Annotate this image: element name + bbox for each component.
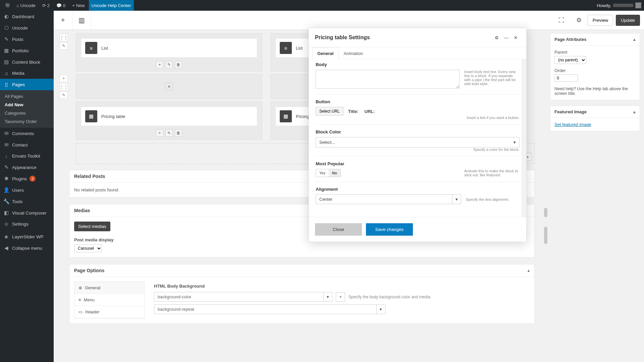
modal-settings-icon[interactable]: ⚙ <box>492 33 501 42</box>
help-center-link[interactable]: Uncode Help Center <box>89 0 134 11</box>
tab-animation[interactable]: Animation <box>338 47 368 59</box>
select-medias-button[interactable]: Select medias <box>74 222 110 231</box>
modal-save-button[interactable]: Save changes <box>366 223 413 236</box>
wordpress-icon: ⓦ <box>5 2 10 8</box>
row-drag-handle[interactable]: ⋮⋮ <box>60 34 68 41</box>
gear-icon: ⛭ <box>3 221 9 227</box>
add-element-button[interactable]: + <box>54 11 72 29</box>
block-label: List <box>296 46 303 51</box>
button-url-label: URL: <box>365 109 375 114</box>
preview-button[interactable]: Preview <box>588 15 613 26</box>
sidebar-item-appearance[interactable]: ✎Appearance <box>0 162 54 173</box>
parent-select[interactable]: (no parent) <box>554 56 586 64</box>
sidebar-item-visual-composer[interactable]: ◧Visual Composer <box>0 207 54 219</box>
sub-item-add-new[interactable]: Add New <box>0 101 54 109</box>
sidebar-item-envato[interactable]: ↓Envato Toolkit <box>0 150 54 162</box>
media-icon: ♫ <box>3 70 9 76</box>
col-add-button[interactable]: + <box>165 82 173 90</box>
set-featured-image-link[interactable]: Set featured image <box>554 122 591 127</box>
row-edit-button[interactable]: ✎ <box>60 42 68 50</box>
header-icon: ▭ <box>78 309 83 314</box>
bg-color-add-button[interactable]: + <box>336 292 345 302</box>
collapse-icon[interactable]: ▴ <box>633 37 636 42</box>
sidebar-item-comments[interactable]: ✉Comments <box>0 128 54 139</box>
row-edit-button[interactable]: ✎ <box>60 92 68 99</box>
po-tab-header[interactable]: ▭Header <box>74 306 144 318</box>
sub-item-taxonomy-order[interactable]: Taxonomy Order <box>0 117 54 126</box>
toggle-no[interactable]: No <box>329 169 340 177</box>
col-delete-button[interactable]: 🗑 <box>175 61 182 68</box>
sidebar-item-settings[interactable]: ⛭Settings <box>0 219 54 230</box>
related-posts-empty: No related posts found. <box>74 187 119 192</box>
sidebar-item-layerslider[interactable]: ◈LayerSlider WP <box>0 231 54 242</box>
block-color-select[interactable]: Select...▾ <box>316 137 520 147</box>
most-popular-toggle[interactable]: Yes No <box>316 169 341 177</box>
fullscreen-button[interactable]: ⛶ <box>553 11 570 29</box>
collapse-icon[interactable]: ▴ <box>633 109 636 114</box>
collapse-icon[interactable]: ▴ <box>528 268 530 273</box>
col-edit-button[interactable]: ✎ <box>165 61 173 68</box>
toggle-yes[interactable]: Yes <box>316 169 329 177</box>
panel-title: Related Posts <box>74 174 105 179</box>
settings-button[interactable]: ⚙ <box>570 11 588 29</box>
sidebar-item-uncode[interactable]: ⬡Uncode <box>0 22 54 34</box>
sidebar-item-dashboard[interactable]: ◐Dashboard <box>0 11 54 22</box>
page-toolbar: + ▥ ⛶ ⚙ Preview Update <box>54 11 644 30</box>
featured-image-box: Featured Image▴ Set featured image <box>550 106 640 131</box>
po-tab-general[interactable]: ⊕General <box>74 282 144 294</box>
sub-item-all-pages[interactable]: All Pages <box>0 92 54 101</box>
sidebar-item-plugins[interactable]: ✱Plugins 2 <box>0 173 54 184</box>
scrollbar-thumb[interactable] <box>544 227 547 244</box>
block-label: List <box>101 46 108 51</box>
box-title: Page Attributes <box>554 37 587 42</box>
username-redacted <box>613 4 633 7</box>
sidebar-item-tools[interactable]: 🔧Tools <box>0 196 54 207</box>
tab-general[interactable]: General <box>312 47 338 59</box>
col-add-button[interactable]: + <box>156 61 163 68</box>
select-url-button[interactable]: Select URL <box>316 107 343 116</box>
sidebar-item-content-block[interactable]: ▤Content Block <box>0 56 54 68</box>
pricing-table-block[interactable]: ▦ Pricing table <box>81 107 257 126</box>
sidebar-item-contact[interactable]: ✉Contact <box>0 139 54 150</box>
list-icon: ≡ <box>85 42 97 54</box>
sidebar-item-media[interactable]: ♫Media <box>0 68 54 79</box>
modal-close-button[interactable]: Close <box>315 223 362 236</box>
row-drag-handle[interactable]: ⋮⋮ <box>60 83 68 90</box>
parent-label: Parent <box>554 50 636 55</box>
sidebar-item-posts[interactable]: ✎Posts <box>0 34 54 45</box>
sidebar-item-collapse[interactable]: ◀Collapse menu <box>0 242 54 254</box>
new-link[interactable]: +New <box>69 0 88 11</box>
order-input[interactable] <box>554 74 578 82</box>
chevron-down-icon: ▾ <box>514 140 516 145</box>
body-textarea[interactable] <box>316 70 460 88</box>
scrollbar-thumb[interactable] <box>544 208 547 217</box>
site-name[interactable]: ⌂Uncode <box>14 0 38 11</box>
bg-color-select[interactable]: background-color▾ <box>154 292 332 302</box>
modal-minimize-icon[interactable]: — <box>501 33 511 42</box>
list-block[interactable]: ≡ List <box>81 38 257 58</box>
globe-icon: ⊕ <box>78 285 82 290</box>
button-help-text: Insert a link if you want a button. <box>316 116 520 120</box>
col-delete-button[interactable]: 🗑 <box>175 129 182 137</box>
po-tab-menu[interactable]: ≡Menu <box>74 294 144 306</box>
wp-logo[interactable]: ⓦ <box>3 0 12 11</box>
row-add-handle[interactable]: + <box>60 75 68 82</box>
sidebar-item-portfolio[interactable]: ▦Portfolio <box>0 45 54 56</box>
col-edit-button[interactable]: ✎ <box>165 129 173 137</box>
bg-repeat-select[interactable]: background-repeat▾ <box>154 304 385 314</box>
comment-icon: 💬 <box>56 3 62 8</box>
sub-item-categories[interactable]: Categories <box>0 109 54 117</box>
col-add-button[interactable]: + <box>156 129 163 137</box>
panel-title: Medias <box>74 208 90 213</box>
update-button[interactable]: Update <box>616 15 640 26</box>
media-display-select[interactable]: Carousel <box>74 244 102 252</box>
modal-close-icon[interactable]: ✕ <box>511 33 520 42</box>
sidebar-item-users[interactable]: 👤Users <box>0 184 54 196</box>
comments-link[interactable]: 💬0 <box>54 0 68 11</box>
updates-link[interactable]: ⟳2 <box>40 0 52 11</box>
sidebar-item-pages[interactable]: ▯Pages <box>0 79 54 90</box>
avatar[interactable] <box>635 2 641 8</box>
templates-button[interactable]: ▥ <box>72 11 91 29</box>
alignment-select[interactable]: Center▾ <box>316 194 461 204</box>
bg-help-text: Specify the body background color and me… <box>348 295 526 299</box>
